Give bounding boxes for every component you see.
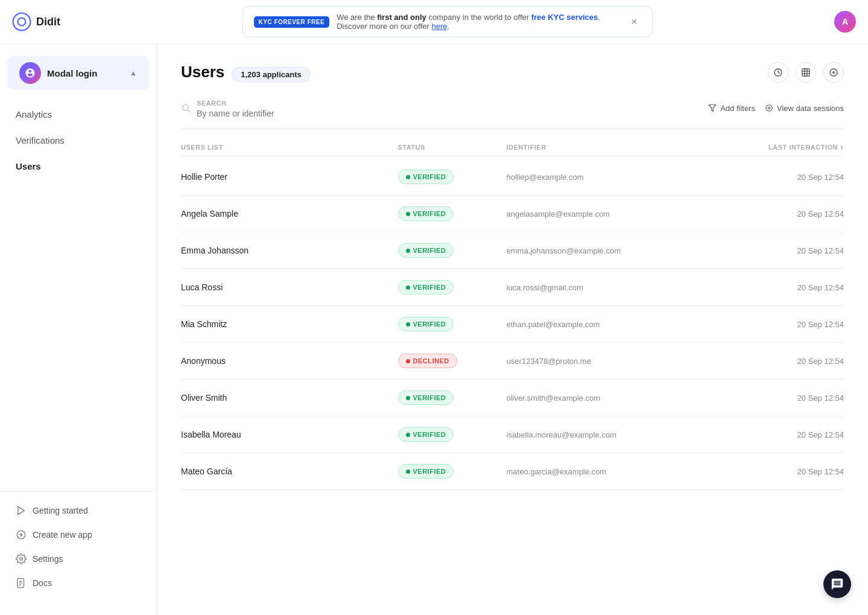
status-dot-icon [406,396,410,400]
table-row[interactable]: Isabella Moreau VERIFIED isabella.moreau… [181,416,844,453]
table-row[interactable]: Emma Johansson VERIFIED emma.johansson@e… [181,232,844,269]
search-input[interactable] [197,109,329,118]
table-row[interactable]: Angela Sample VERIFIED angelasample@exam… [181,196,844,232]
search-input-group: SEARCH [181,97,329,119]
table-row[interactable]: Mia Schmitz VERIFIED ethan.patel@example… [181,306,844,343]
identifier: luca.rossi@gmail.com [507,283,724,292]
add-button[interactable] [823,62,844,83]
chat-icon [831,578,844,591]
user-name: Emma Johansson [181,246,398,255]
status-cell: VERIFIED [398,206,507,221]
chat-button[interactable] [823,570,851,598]
status-badge: VERIFIED [398,317,454,331]
getting-started-icon [16,505,27,516]
create-new-app-item[interactable]: Create new app [7,523,149,546]
identifier: isabella.moreau@example.com [507,430,724,439]
status-dot-icon [406,322,410,327]
settings-item[interactable]: Settings [7,547,149,570]
identifier: angelasample@example.com [507,209,724,218]
logo-text: Didit [36,16,60,28]
last-interaction: 20 Sep 12:54 [723,209,844,218]
svg-point-23 [768,107,770,109]
status-cell: VERIFIED [398,390,507,405]
sidebar: Modal login ▲ Analytics Verifications Us… [0,44,157,615]
users-label: Users [16,161,41,171]
settings-label: Settings [33,554,63,564]
chevron-up-icon: ▲ [130,69,137,77]
page-header: Users 1,203 applicants [181,62,844,83]
docs-icon [16,578,27,588]
table-row[interactable]: Mateo García VERIFIED mateo.garcia@examp… [181,453,844,490]
avatar[interactable]: A [834,11,856,33]
filter-actions: Add filters View data sessions [708,104,844,113]
status-badge: VERIFIED [398,280,454,295]
col-last-interaction[interactable]: LAST INTERACTION ↑ [723,144,844,151]
app-name: Modal login [47,68,124,78]
getting-started-item[interactable]: Getting started [7,499,149,522]
col-users-list: USERS LIST [181,144,398,151]
banner-link[interactable]: here [431,22,447,31]
applicants-badge: 1,203 applicants [232,67,310,82]
table-row[interactable]: Hollie Porter VERIFIED holliep@example.c… [181,159,844,196]
applicants-count: 1,203 [241,70,261,79]
last-interaction: 20 Sep 12:54 [723,246,844,255]
sort-arrow-icon: ↑ [840,144,844,151]
table-body: Hollie Porter VERIFIED holliep@example.c… [181,159,844,490]
status-cell: DECLINED [398,354,507,368]
search-icon [181,103,191,113]
table-icon [801,68,811,77]
banner-close-button[interactable]: × [627,14,641,30]
user-name: Mateo García [181,467,398,476]
verifications-label: Verifications [16,135,65,145]
table-row[interactable]: Oliver Smith VERIFIED oliver.smith@examp… [181,380,844,416]
last-interaction: 20 Sep 12:54 [723,357,844,366]
search-bar: SEARCH Add filters View data sessions [181,97,844,129]
table-row[interactable]: Luca Rossi VERIFIED luca.rossi@gmail.com… [181,269,844,306]
identifier: emma.johansson@example.com [507,246,724,255]
sidebar-app-selector[interactable]: Modal login ▲ [7,56,149,90]
filter-btn-label: Add filters [720,104,755,113]
last-interaction: 20 Sep 12:54 [723,430,844,439]
sidebar-nav: Analytics Verifications Users [0,102,156,491]
identifier: holliep@example.com [507,173,724,182]
svg-point-0 [13,13,31,31]
user-name: Oliver Smith [181,393,398,403]
table-button[interactable] [796,62,816,83]
view-data-sessions-button[interactable]: View data sessions [765,104,844,113]
add-filters-button[interactable]: Add filters [708,104,755,113]
svg-point-20 [183,105,188,110]
kyc-badge: KYC FOREVER FREE [254,16,330,28]
logo: Didit [12,12,60,31]
svg-point-1 [18,18,26,26]
status-dot-icon [406,212,410,216]
table-row[interactable]: Anonymous DECLINED user123478@proton.me … [181,343,844,380]
svg-rect-12 [802,69,809,76]
clock-button[interactable] [768,62,788,83]
identifier: oliver.smith@example.com [507,394,724,403]
user-name: Isabella Moreau [181,430,398,439]
svg-point-24 [766,105,773,112]
status-badge: VERIFIED [398,243,454,258]
status-cell: VERIFIED [398,317,507,331]
page-title: Users [181,63,224,81]
main-content: Users 1,203 applicants [157,44,868,615]
logo-icon [12,12,31,31]
sidebar-item-users[interactable]: Users [7,154,149,179]
last-interaction: 20 Sep 12:54 [723,283,844,292]
add-icon [829,68,838,77]
user-name: Mia Schmitz [181,319,398,329]
col-identifier: IDENTIFIER [507,144,724,151]
sidebar-item-analytics[interactable]: Analytics [7,102,149,127]
svg-marker-22 [709,105,716,112]
docs-item[interactable]: Docs [7,572,149,594]
status-dot-icon [406,359,410,363]
status-badge: VERIFIED [398,464,454,479]
getting-started-label: Getting started [33,506,88,515]
last-interaction: 20 Sep 12:54 [723,320,844,329]
last-interaction: 20 Sep 12:54 [723,173,844,182]
svg-point-6 [20,558,23,561]
status-dot-icon [406,433,410,437]
status-cell: VERIFIED [398,280,507,295]
sidebar-item-verifications[interactable]: Verifications [7,128,149,153]
settings-icon [16,553,27,564]
